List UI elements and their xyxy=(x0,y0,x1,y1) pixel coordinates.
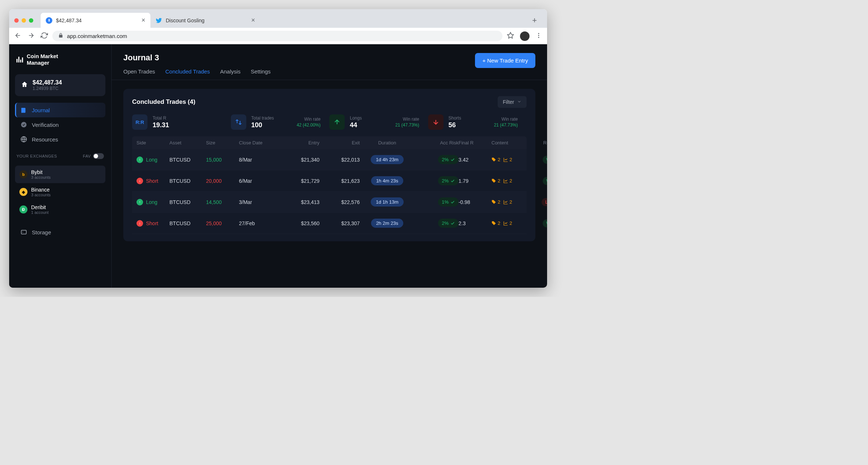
chart-icon: 2 xyxy=(503,178,512,184)
tab-title: Discount Gosling xyxy=(166,18,205,23)
exchange-item-binance[interactable]: ◈Binance3 accounts xyxy=(15,183,105,201)
column-header[interactable]: Size xyxy=(206,140,239,145)
star-icon[interactable] xyxy=(507,32,514,41)
column-header[interactable]: Exit xyxy=(319,140,360,145)
sidebar-item-resources[interactable]: Resources xyxy=(15,132,105,147)
risk-cell: 1% xyxy=(415,197,459,207)
final-r-cell: 2.3 xyxy=(459,220,491,226)
globe-icon xyxy=(20,136,27,143)
exit-cell: $21,623 xyxy=(319,178,360,184)
svg-point-3 xyxy=(538,37,539,38)
exchange-sub: 1 account xyxy=(31,210,49,215)
chart-icon: 2 xyxy=(503,199,512,205)
bybit-icon: b xyxy=(19,170,27,178)
trades-winrate-value: 42 (42.00%) xyxy=(297,122,321,128)
column-header[interactable]: Entry xyxy=(279,140,319,145)
column-header[interactable]: Asset xyxy=(169,140,206,145)
app-logo: Coin MarketManager xyxy=(15,52,105,68)
result-cell: Win xyxy=(535,219,547,227)
total-r-value: 19.31 xyxy=(153,121,169,129)
asset-cell: BTCUSD xyxy=(169,178,206,184)
tab-settings[interactable]: Settings xyxy=(251,68,270,80)
column-header[interactable]: Content xyxy=(491,140,535,145)
tab-open-trades[interactable]: Open Trades xyxy=(123,68,155,80)
tab-analysis[interactable]: Analysis xyxy=(220,68,240,80)
browser-tab[interactable]: ⬍$42,487.34× xyxy=(41,13,150,28)
result-cell: Win xyxy=(535,156,547,164)
balance-usd: $42,487.34 xyxy=(33,79,62,86)
journal-icon xyxy=(20,106,27,114)
exchange-sub: 3 accounts xyxy=(31,175,50,179)
risk-cell: 2% xyxy=(415,219,459,228)
balance-card[interactable]: $42,487.34 1.24939 BTC xyxy=(15,74,105,96)
new-tab-button[interactable]: + xyxy=(527,16,542,25)
column-header[interactable]: Final R xyxy=(459,140,491,145)
filter-label: Filter xyxy=(503,99,514,105)
browser-window: ⬍$42,487.34×Discount Gosling× + app.coin… xyxy=(9,9,547,288)
shorts-label: Shorts xyxy=(449,116,461,121)
tag-icon: 2 xyxy=(491,199,500,205)
longs-winrate-value: 21 (47.73%) xyxy=(395,122,419,128)
total-r-label: Total R xyxy=(153,116,169,121)
size-cell: 20,000 xyxy=(206,178,239,184)
content-cell: 22 xyxy=(491,178,535,184)
longs-winrate-label: Win rate xyxy=(403,117,419,122)
longs-icon xyxy=(329,114,345,130)
fav-label: FAV xyxy=(83,154,91,158)
reload-button[interactable] xyxy=(41,32,48,41)
column-header[interactable]: Side xyxy=(136,140,169,145)
column-header[interactable]: Result xyxy=(535,140,547,145)
url-bar[interactable]: app.coinmarketman.com xyxy=(52,31,502,41)
sidebar-item-verification[interactable]: Verification xyxy=(15,117,105,132)
result-cell: Lose xyxy=(535,198,547,206)
close-date-cell: 8/Mar xyxy=(239,157,279,163)
forward-button[interactable] xyxy=(27,32,35,41)
exchange-name: Binance xyxy=(31,187,50,193)
column-header[interactable]: Duration xyxy=(360,140,415,145)
exchange-name: Bybit xyxy=(31,169,50,175)
profile-avatar[interactable] xyxy=(520,31,530,41)
total-trades-value: 100 xyxy=(251,121,274,129)
direction-icon: ↓ xyxy=(136,178,143,184)
trades-winrate-label: Win rate xyxy=(304,117,321,122)
close-window-icon[interactable] xyxy=(14,18,19,23)
close-tab-icon[interactable]: × xyxy=(251,16,255,24)
menu-icon[interactable] xyxy=(535,32,542,40)
exchange-item-deribit[interactable]: ÐDeribit1 account xyxy=(15,201,105,218)
table-row[interactable]: ↓ShortBTCUSD25,00027/Feb$23,560$23,3072h… xyxy=(132,213,527,234)
total-trades-icon xyxy=(231,114,246,130)
back-button[interactable] xyxy=(14,32,22,41)
tab-concluded-trades[interactable]: Concluded Trades xyxy=(165,68,210,80)
filter-button[interactable]: Filter xyxy=(498,96,527,108)
svg-point-1 xyxy=(538,33,539,34)
table-row[interactable]: ↑LongBTCUSD15,0008/Mar$21,340$22,0131d 4… xyxy=(132,149,527,170)
page-title: Journal 3 xyxy=(123,53,271,63)
duration-cell: 2h 2m 23s xyxy=(360,219,415,228)
exchange-item-bybit[interactable]: bBybit3 accounts xyxy=(15,166,105,183)
shorts-winrate-value: 21 (47.73%) xyxy=(494,122,518,128)
maximize-window-icon[interactable] xyxy=(29,18,33,23)
exchange-sub: 3 accounts xyxy=(31,193,50,197)
tag-icon: 2 xyxy=(491,220,500,226)
column-header[interactable]: Close Date xyxy=(239,140,279,145)
balance-btc: 1.24939 BTC xyxy=(33,86,62,91)
result-cell: Win xyxy=(535,177,547,185)
table-row[interactable]: ↓ShortBTCUSD20,0006/Mar$21,729$21,6231h … xyxy=(132,170,527,192)
side-cell: ↑Long xyxy=(136,156,169,163)
sidebar-item-journal[interactable]: Journal xyxy=(15,103,105,117)
close-tab-icon[interactable]: × xyxy=(141,16,145,24)
minimize-window-icon[interactable] xyxy=(22,18,26,23)
close-date-cell: 27/Feb xyxy=(239,220,279,226)
side-cell: ↓Short xyxy=(136,178,169,184)
column-header[interactable]: Acc Risk xyxy=(415,140,459,145)
lock-icon xyxy=(58,33,63,39)
direction-icon: ↑ xyxy=(136,199,143,205)
browser-tab[interactable]: Discount Gosling× xyxy=(150,13,260,28)
entry-cell: $21,729 xyxy=(279,178,319,184)
sidebar-item-storage[interactable]: Storage xyxy=(15,225,105,239)
new-trade-button[interactable]: + New Trade Entry xyxy=(475,53,535,68)
check-icon xyxy=(20,121,27,128)
table-row[interactable]: ↑LongBTCUSD14,5003/Mar$23,413$22,5761d 1… xyxy=(132,192,527,213)
trades-table: SideAssetSizeClose DateEntryExitDuration… xyxy=(132,136,527,234)
fav-toggle[interactable] xyxy=(93,153,104,159)
